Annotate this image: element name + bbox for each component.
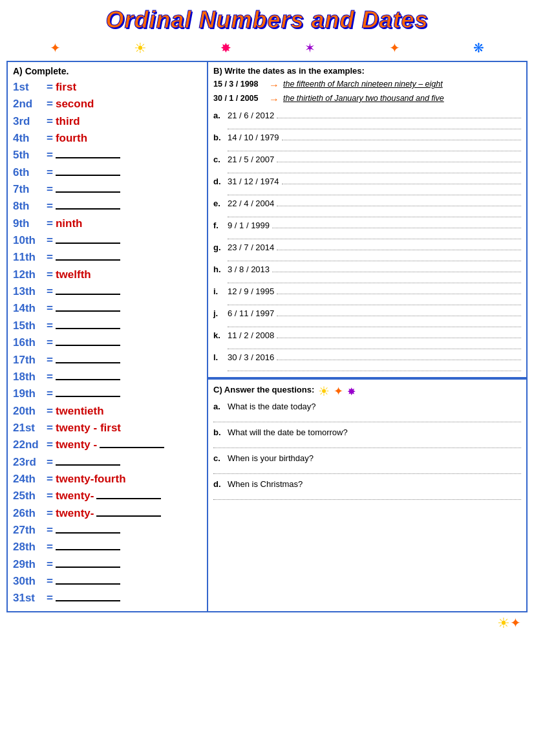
ordinal-eq: = — [47, 266, 53, 283]
ordinal-num: 1st — [13, 79, 44, 96]
question-item-4: d.When is Christmas? — [213, 479, 521, 500]
ordinal-eq: = — [47, 79, 53, 96]
date-item-label: g. — [213, 243, 228, 252]
question-text: When is Christmas? — [228, 479, 303, 489]
ordinal-blank[interactable] — [56, 388, 120, 397]
date-block-2: b.14 / 10 / 1979 — [213, 131, 521, 151]
ordinal-blank[interactable] — [56, 320, 120, 329]
ordinal-blank[interactable] — [56, 200, 120, 210]
ordinal-blank[interactable] — [56, 576, 120, 585]
date-item-value: 6 / 11 / 1997 — [228, 308, 274, 318]
date-item-label: l. — [213, 352, 228, 362]
ordinal-blank[interactable] — [56, 592, 120, 601]
date-item-dots — [277, 241, 521, 250]
ordinal-word: twenty-fourth — [56, 471, 126, 488]
example-1-text: the fifteenth of March nineteen ninety –… — [283, 80, 443, 89]
ordinal-blank[interactable] — [56, 286, 120, 295]
ordinal-num: 27th — [13, 522, 44, 539]
ordinal-word: second — [56, 96, 94, 113]
date-item-line2 — [228, 120, 521, 129]
deco-row-bottom: ☀ ✦ — [6, 612, 528, 634]
ordinal-blank[interactable] — [100, 439, 164, 448]
ordinal-blank[interactable] — [56, 559, 120, 568]
ordinal-item-2: 2nd = second — [13, 96, 202, 113]
ordinal-item-22: 22nd = twenty - — [13, 437, 202, 453]
ordinal-eq: = — [47, 403, 53, 420]
ordinal-eq: = — [47, 420, 53, 437]
ordinal-num: 19th — [13, 385, 44, 402]
ordinal-blank[interactable] — [56, 457, 120, 466]
date-item-line2 — [228, 208, 521, 217]
ordinal-item-9: 9th = ninth — [13, 215, 202, 232]
section-c-deco: C) Answer the questions: ☀ ✦ ✸ — [213, 383, 521, 399]
ordinal-blank[interactable] — [56, 184, 120, 193]
date-block-3: c.21 / 5 / 2007 — [213, 153, 521, 173]
ordinal-num: 23rd — [13, 454, 44, 471]
ordinal-blank[interactable] — [56, 235, 120, 244]
question-dotline — [213, 465, 521, 474]
ordinal-blank[interactable] — [56, 354, 120, 363]
ordinal-blank[interactable] — [56, 541, 120, 550]
date-block-4: d.31 / 12 / 1974 — [213, 175, 521, 195]
ordinal-item-15: 15th = — [13, 318, 202, 334]
ordinal-eq: = — [47, 198, 53, 215]
ordinal-word: fourth — [56, 130, 87, 147]
ordinal-num: 5th — [13, 147, 44, 164]
ordinal-num: 20th — [13, 403, 44, 420]
ordinal-eq: = — [47, 437, 53, 453]
ordinal-blank[interactable] — [56, 252, 120, 261]
date-item-value: 30 / 3 / 2016 — [228, 352, 274, 362]
ordinal-eq: = — [47, 471, 53, 488]
section-c-panel: C) Answer the questions: ☀ ✦ ✸ a.What is… — [208, 378, 526, 611]
section-a-header: A) Complete. — [13, 66, 202, 76]
ordinal-item-26: 26th = twenty- — [13, 505, 202, 522]
ordinal-blank[interactable] — [56, 149, 120, 158]
ordinal-eq: = — [47, 249, 53, 266]
date-item-label: c. — [213, 155, 228, 164]
example-2-date: 30 / 1 / 2005 — [213, 94, 265, 103]
ordinal-num: 22nd — [13, 437, 44, 453]
ordinal-eq: = — [47, 539, 53, 556]
ordinal-item-8: 8th = — [13, 198, 202, 215]
ordinal-blank[interactable] — [56, 303, 120, 312]
ordinal-num: 3rd — [13, 113, 44, 130]
date-item-label: e. — [213, 199, 228, 208]
ordinal-eq: = — [47, 573, 53, 590]
ordinal-item-23: 23rd = — [13, 454, 202, 471]
ordinal-item-1: 1st = first — [13, 79, 202, 96]
ordinal-word-partial: twenty- — [56, 488, 94, 504]
ordinal-blank[interactable] — [56, 371, 120, 380]
ordinal-blank[interactable] — [56, 524, 120, 534]
date-item-value: 21 / 5 / 2007 — [228, 155, 274, 164]
ordinal-num: 9th — [13, 215, 44, 232]
star-deco-1: ✦ — [50, 40, 61, 57]
ordinal-item-4: 4th = fourth — [13, 130, 202, 147]
ordinal-num: 24th — [13, 471, 44, 488]
question-text: When is your birthday? — [228, 453, 314, 463]
ordinal-word: third — [56, 113, 80, 130]
date-item-label: j. — [213, 308, 228, 318]
date-item-value: 12 / 9 / 1995 — [228, 286, 274, 296]
ordinal-num: 15th — [13, 318, 44, 334]
ordinal-num: 28th — [13, 539, 44, 556]
ordinal-num: 18th — [13, 369, 44, 385]
ordinal-blank[interactable] — [96, 490, 161, 499]
ordinal-eq: = — [47, 283, 53, 300]
date-item-value: 21 / 6 / 2012 — [228, 111, 274, 120]
ordinal-eq: = — [47, 232, 53, 249]
ordinal-blank[interactable] — [56, 337, 120, 346]
example-2: 30 / 1 / 2005 → the thirtieth of January… — [213, 94, 521, 105]
date-block-10: j.6 / 11 / 1997 — [213, 307, 521, 327]
arrow-1: → — [269, 80, 279, 91]
date-item-dots — [282, 131, 521, 140]
ordinal-num: 7th — [13, 181, 44, 198]
ordinal-blank[interactable] — [56, 167, 120, 176]
ordinal-item-20: 20th = twentieth — [13, 403, 202, 420]
date-item-line2 — [228, 252, 521, 261]
ordinal-item-11: 11th = — [13, 249, 202, 266]
date-item-line2 — [228, 296, 521, 305]
date-item-value: 14 / 10 / 1979 — [228, 133, 279, 142]
ordinal-blank[interactable] — [96, 508, 161, 517]
date-item-line2 — [228, 164, 521, 173]
ordinal-num: 13th — [13, 283, 44, 300]
